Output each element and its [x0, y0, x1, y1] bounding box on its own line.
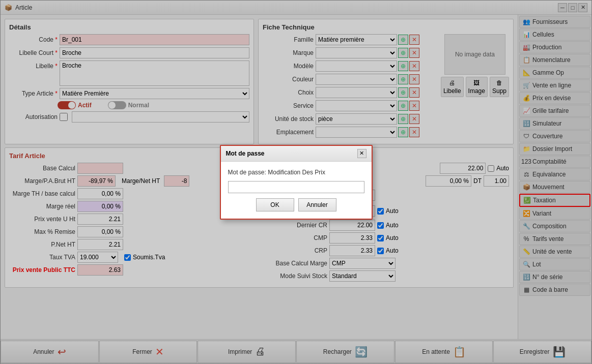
dialog-message: Mot de passe: Modification Des Prix	[228, 169, 364, 176]
dialog-buttons: OK Annuler	[228, 198, 364, 211]
password-dialog: Mot de passe ✕ Mot de passe: Modificatio…	[220, 145, 373, 220]
dialog-overlay: Mot de passe ✕ Mot de passe: Modificatio…	[0, 0, 592, 364]
dialog-password-input[interactable]	[228, 181, 364, 193]
dialog-close-button[interactable]: ✕	[357, 149, 367, 158]
dialog-annuler-button[interactable]: Annuler	[298, 198, 336, 211]
dialog-ok-button[interactable]: OK	[256, 198, 294, 211]
dialog-title-bar: Mot de passe ✕	[221, 146, 372, 162]
dialog-body: Mot de passe: Modification Des Prix OK A…	[221, 162, 372, 219]
dialog-title-text: Mot de passe	[226, 150, 265, 157]
